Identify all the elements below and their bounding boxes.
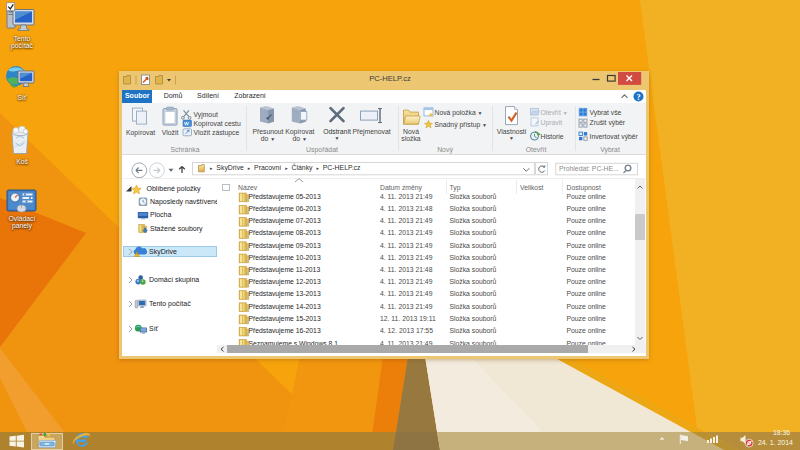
svg-text:?: ? xyxy=(636,93,640,102)
